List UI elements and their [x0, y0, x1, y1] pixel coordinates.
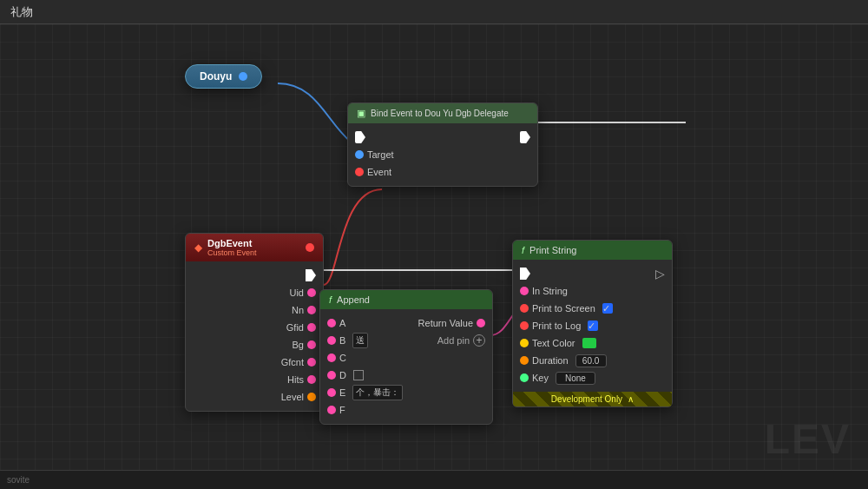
dgb-gfcnt-label: Gfcnt — [281, 357, 304, 367]
append-return-pin — [477, 319, 485, 327]
append-d-label: D — [339, 370, 346, 380]
print-duration-pin — [520, 356, 529, 365]
print-instring-label: In String — [532, 286, 568, 296]
append-addpin-icon[interactable]: + — [473, 334, 485, 347]
dgb-nn-label: Nn — [292, 305, 304, 315]
douyu-label: Douyu — [200, 70, 232, 83]
print-exec-out-icon: ▷ — [655, 267, 665, 281]
append-func-icon: f — [329, 294, 332, 305]
dgb-gfid-pin — [307, 323, 316, 332]
print-string-header: f Print String — [513, 241, 672, 260]
bind-target-pin — [355, 150, 364, 159]
dev-only-bar: Development Only ∧ — [513, 392, 672, 406]
append-f-pin — [327, 406, 336, 414]
dgb-gfid-label: Gfid — [286, 322, 304, 333]
watermark: LEV — [765, 415, 851, 463]
bind-event-icon: ▣ — [357, 108, 365, 119]
bind-exec-out — [520, 131, 530, 143]
bind-event-pin — [355, 168, 364, 176]
dgb-subtitle: Custom Event — [207, 248, 257, 257]
dgb-nn-pin — [307, 306, 316, 314]
bind-target-label: Target — [367, 149, 394, 160]
append-a-pin — [327, 319, 336, 327]
append-return-label: Return Value — [418, 318, 473, 328]
append-b-label: B — [339, 335, 345, 346]
print-key-pin — [520, 373, 529, 382]
dgb-pin-red — [306, 243, 314, 252]
title-bar: 礼物 — [0, 0, 868, 24]
append-c-pin — [327, 354, 336, 362]
append-node[interactable]: f Append A Return Value B 送 Add pin + — [319, 289, 493, 425]
dgb-event-node[interactable]: ◆ DgbEvent Custom Event Uid Nn Gfid — [185, 233, 324, 412]
douyu-node[interactable]: Douyu — [185, 64, 262, 89]
print-log-label: Print to Log — [532, 320, 581, 331]
print-string-node[interactable]: f Print String ▷ In String Print to Scre… — [512, 240, 673, 407]
append-addpin-label[interactable]: Add pin — [437, 335, 470, 346]
bottom-bar-text: sovite — [7, 475, 30, 485]
print-duration-label: Duration — [532, 355, 569, 366]
dgb-title: DgbEvent — [207, 238, 257, 248]
append-e-pin — [327, 388, 336, 397]
append-f-label: F — [339, 405, 345, 415]
append-b-pin — [327, 336, 336, 345]
dgb-bg-pin — [307, 340, 316, 349]
print-log-checkbox[interactable]: ✓ — [588, 320, 598, 331]
dgb-uid-pin — [307, 288, 316, 297]
append-a-label: A — [339, 318, 345, 328]
douyu-pin — [239, 72, 247, 81]
print-screen-checkbox[interactable]: ✓ — [602, 303, 613, 314]
title-text: 礼物 — [10, 4, 33, 20]
dgb-icon: ◆ — [194, 241, 202, 254]
append-e-label: E — [339, 387, 345, 398]
print-func-icon: f — [522, 245, 524, 255]
print-textcolor-label: Text Color — [532, 338, 575, 348]
print-screen-pin — [520, 304, 529, 313]
append-b-value: 送 — [352, 333, 368, 348]
print-instring-pin — [520, 287, 529, 295]
bind-exec-in — [355, 131, 365, 143]
bottom-bar: sovite — [0, 470, 868, 489]
print-textcolor-swatch[interactable] — [582, 338, 596, 348]
dgb-event-header: ◆ DgbEvent Custom Event — [186, 234, 323, 261]
bind-event-header: ▣ Bind Event to Dou Yu Dgb Delegate — [348, 103, 537, 123]
print-key-label: Key — [532, 373, 549, 383]
print-textcolor-pin — [520, 339, 529, 347]
append-c-label: C — [339, 353, 346, 363]
dgb-uid-label: Uid — [289, 287, 304, 298]
append-d-pin — [327, 371, 336, 380]
dgb-level-pin — [307, 393, 316, 401]
print-key-value[interactable]: None — [556, 372, 595, 385]
bind-event-node[interactable]: ▣ Bind Event to Dou Yu Dgb Delegate Targ… — [347, 102, 538, 187]
dgb-exec-out — [306, 269, 316, 281]
canvas: Douyu ▣ Bind Event to Dou Yu Dgb Delegat… — [0, 24, 868, 489]
append-e-value: 个，暴击： — [352, 385, 403, 400]
dgb-hits-label: Hits — [287, 374, 304, 385]
dgb-level-label: Level — [281, 392, 304, 402]
dgb-bg-label: Bg — [293, 340, 304, 350]
print-duration-value[interactable]: 60.0 — [575, 354, 607, 367]
dev-only-label: Development Only — [551, 394, 622, 404]
append-title: Append — [337, 294, 370, 305]
append-d-checkbox — [353, 370, 364, 380]
append-header: f Append — [320, 290, 492, 309]
bind-event-title: Bind Event to Dou Yu Dgb Delegate — [371, 109, 509, 118]
bind-event-label: Event — [367, 167, 391, 177]
dev-only-arrow: ∧ — [628, 394, 634, 404]
print-log-pin — [520, 321, 529, 330]
print-string-title: Print String — [529, 245, 576, 255]
dgb-gfcnt-pin — [307, 358, 316, 367]
print-screen-label: Print to Screen — [532, 303, 595, 314]
print-exec-in — [520, 268, 530, 280]
dgb-hits-pin — [307, 375, 316, 384]
